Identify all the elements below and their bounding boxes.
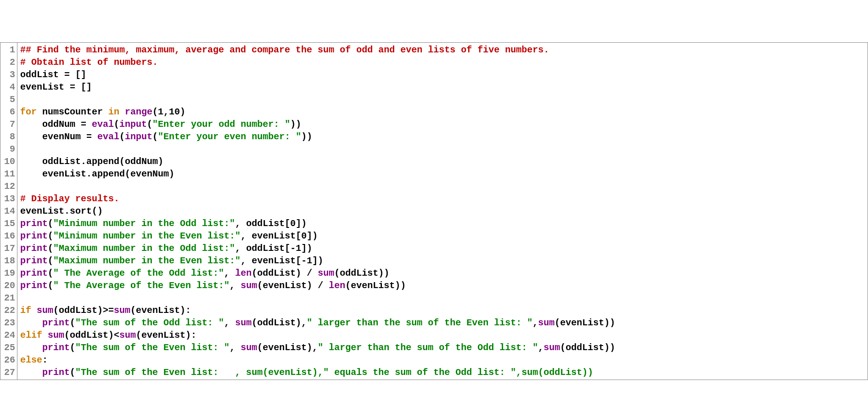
token-builtin: sum <box>114 305 130 316</box>
token-txt: ( <box>48 218 53 229</box>
token-txt: ( <box>114 119 119 130</box>
line-number: 12 <box>4 180 15 193</box>
line-number: 11 <box>4 168 15 180</box>
line-number: 15 <box>4 217 15 230</box>
token-txt: oddList = [] <box>20 69 86 80</box>
code-line[interactable]: # Obtain list of numbers. <box>20 56 865 68</box>
code-line[interactable]: elif sum(oddList)<sum(evenList): <box>20 329 865 341</box>
code-line[interactable]: oddList = [] <box>20 68 865 81</box>
token-txt: , <box>230 280 241 291</box>
token-builtin: eval <box>92 119 114 130</box>
token-txt: oddList.append(oddNum) <box>20 156 163 167</box>
token-txt: ( <box>147 119 152 130</box>
token-comment: ## Find the minimum, maximum, average an… <box>20 45 549 55</box>
token-kw: in <box>108 107 125 117</box>
token-builtin: sum <box>119 330 136 340</box>
code-line[interactable]: evenList.sort() <box>20 205 865 217</box>
token-str: " larger than the sum of the Even list: … <box>307 318 532 328</box>
line-number: 13 <box>4 193 15 205</box>
code-line[interactable]: if sum(oddList)>=sum(evenList): <box>20 304 865 317</box>
token-txt: (oddList) / <box>252 268 318 278</box>
code-line[interactable]: print("Minimum number in the Odd list:",… <box>20 217 865 230</box>
line-number: 27 <box>4 366 15 379</box>
line-number: 18 <box>4 255 15 267</box>
token-comment: # Obtain list of numbers. <box>20 57 158 68</box>
code-line[interactable]: evenNum = eval(input("Enter your even nu… <box>20 130 865 143</box>
token-builtin: print <box>20 280 48 291</box>
code-line[interactable] <box>20 180 865 193</box>
token-txt: evenList = [] <box>20 82 92 92</box>
line-number: 10 <box>4 155 15 168</box>
token-builtin: sum <box>48 330 64 340</box>
token-txt: (oddList)< <box>64 330 119 340</box>
token-txt: , oddList[0]) <box>235 218 307 229</box>
token-builtin: print <box>42 342 70 353</box>
line-number: 1 <box>4 44 15 56</box>
token-str: "Maximum number in the Odd list:" <box>53 243 235 254</box>
code-line[interactable]: print(" The Average of the Even list:", … <box>20 279 865 292</box>
token-txt: evenNum = <box>20 131 97 142</box>
line-number: 21 <box>4 292 15 304</box>
token-str: "Maximum number in the Even list:" <box>53 255 241 266</box>
code-line[interactable]: for numsCounter in range(1,10) <box>20 106 865 118</box>
code-line[interactable]: evenList = [] <box>20 81 865 93</box>
token-txt: : <box>42 355 48 365</box>
token-txt: (oddList), <box>252 318 307 328</box>
token-builtin: sum <box>538 318 554 328</box>
code-line[interactable]: # Display results. <box>20 193 865 205</box>
code-area[interactable]: ## Find the minimum, maximum, average an… <box>17 43 868 380</box>
token-builtin: sum <box>543 342 560 353</box>
token-str: "Enter your even number: " <box>158 131 301 142</box>
token-txt: (evenList)) <box>554 318 615 328</box>
token-txt <box>20 342 42 353</box>
token-txt: evenList.append(evenNum) <box>20 169 174 179</box>
line-number: 5 <box>4 93 15 106</box>
token-txt: ( <box>70 367 75 378</box>
line-number-gutter: 1234567891011121314151617181920212223242… <box>0 43 17 380</box>
token-txt: ( <box>48 280 53 291</box>
line-number: 20 <box>4 279 15 292</box>
token-builtin: len <box>329 280 345 291</box>
line-number: 9 <box>4 143 15 155</box>
code-line[interactable]: print("Minimum number in the Even list:"… <box>20 230 865 242</box>
token-str: " The Average of the Odd list:" <box>53 268 224 278</box>
line-number: 17 <box>4 242 15 255</box>
code-line[interactable]: else: <box>20 354 865 366</box>
token-txt: ( <box>70 342 75 353</box>
code-line[interactable]: oddList.append(oddNum) <box>20 155 865 168</box>
token-txt: , <box>532 318 538 328</box>
code-line[interactable]: print("The sum of the Odd list: ", sum(o… <box>20 317 865 329</box>
token-txt: (evenList)) <box>345 280 406 291</box>
token-txt: ( <box>48 268 53 278</box>
code-editor[interactable]: 1234567891011121314151617181920212223242… <box>0 42 868 380</box>
code-line[interactable]: evenList.append(evenNum) <box>20 168 865 180</box>
token-comment: # Display results. <box>20 193 119 204</box>
token-txt: (oddList)>= <box>53 305 114 316</box>
token-txt: (oddList)) <box>334 268 389 278</box>
line-number: 4 <box>4 81 15 93</box>
line-number: 19 <box>4 267 15 279</box>
code-line[interactable]: print("The sum of the Even list: , sum(e… <box>20 366 865 379</box>
code-line[interactable]: print("Maximum number in the Odd list:",… <box>20 242 865 255</box>
code-line[interactable]: print(" The Average of the Odd list:", l… <box>20 267 865 279</box>
code-line[interactable]: oddNum = eval(input("Enter your odd numb… <box>20 118 865 130</box>
token-txt: numsCounter <box>42 107 108 117</box>
token-builtin: sum <box>318 268 334 278</box>
line-number: 2 <box>4 56 15 68</box>
token-kw: if <box>20 305 37 316</box>
token-txt: (evenList) / <box>257 280 329 291</box>
token-str: "Minimum number in the Even list:" <box>53 231 241 241</box>
code-line[interactable]: ## Find the minimum, maximum, average an… <box>20 44 865 56</box>
line-number: 22 <box>4 304 15 317</box>
token-txt: ( <box>152 131 158 142</box>
token-builtin: sum <box>37 305 53 316</box>
line-number: 16 <box>4 230 15 242</box>
token-txt: , oddList[-1]) <box>235 243 312 254</box>
code-line[interactable] <box>20 143 865 155</box>
code-line[interactable]: print("Maximum number in the Even list:"… <box>20 255 865 267</box>
token-str: "The sum of the Even list: , sum(evenLis… <box>75 367 593 378</box>
code-line[interactable] <box>20 292 865 304</box>
token-builtin: print <box>42 367 70 378</box>
code-line[interactable]: print("The sum of the Even list: ", sum(… <box>20 341 865 354</box>
code-line[interactable] <box>20 93 865 106</box>
